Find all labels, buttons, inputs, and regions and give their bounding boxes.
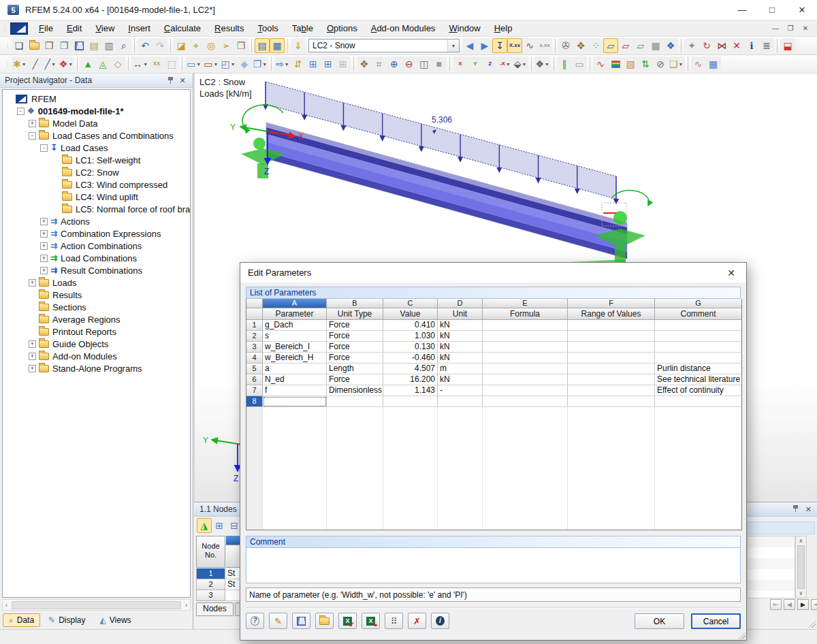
row-number[interactable]: 7	[246, 385, 263, 396]
show-load-values-icon[interactable]: X.xx	[507, 38, 522, 53]
param-cell[interactable]: N_ed	[263, 374, 327, 385]
surface-tool-icon[interactable]: ▭▼	[185, 57, 202, 71]
fe-mesh-icon[interactable]: ▦	[648, 38, 663, 53]
solid-tool-icon[interactable]: ◆	[237, 57, 252, 71]
plane-xz-icon[interactable]: ▱	[633, 38, 648, 53]
expand-icon[interactable]: +	[40, 267, 48, 274]
param-cell[interactable]	[327, 396, 383, 407]
insert-line-icon[interactable]: ╱	[28, 57, 43, 71]
column-letter-A[interactable]: A	[263, 299, 327, 308]
param-cell[interactable]: 0.130	[383, 342, 438, 353]
tree-item-load-combinations[interactable]: +⇉Load Combinations	[3, 252, 190, 264]
import-archive-icon[interactable]: ❒	[42, 38, 57, 53]
row-number[interactable]: 1	[246, 320, 263, 331]
column-header-unit-type[interactable]: Unit Type	[327, 308, 383, 320]
column-header-parameter[interactable]: Parameter	[263, 308, 327, 320]
dimension-icon[interactable]: ↔▼	[131, 57, 149, 71]
section-tool-icon-dropdown[interactable]: ▼	[231, 62, 236, 67]
param-cell[interactable]: kN	[438, 320, 483, 331]
menu-add-on-modules[interactable]: Add-on Modules	[364, 21, 443, 35]
row-number[interactable]: 4	[246, 353, 263, 364]
param-cell[interactable]: kN	[438, 331, 483, 342]
menu-table[interactable]: Table	[285, 21, 320, 35]
param-cell[interactable]: a	[263, 364, 327, 374]
info-button[interactable]: i	[431, 613, 449, 629]
column-header-formula[interactable]: Formula	[483, 308, 568, 320]
show-tables-icon[interactable]: ▤	[255, 38, 270, 53]
section-tool-icon[interactable]: ◰▼	[219, 57, 236, 71]
tree-item-lc3-wind-compressed[interactable]: LC3: Wind compressed	[3, 178, 190, 191]
left-support-sphere[interactable]	[253, 138, 266, 150]
view-y-icon[interactable]: Y	[468, 57, 483, 71]
member-diagram-icon[interactable]: ∿	[691, 57, 706, 71]
param-cell[interactable]: kN	[438, 374, 483, 385]
param-cell[interactable]: Force	[327, 353, 383, 364]
param-cell[interactable]	[383, 396, 438, 407]
scroll-down-icon[interactable]: ∨	[799, 590, 803, 596]
param-cell[interactable]: Force	[327, 374, 383, 385]
param-cell[interactable]: -0.460	[383, 353, 438, 364]
menu-tools[interactable]: Tools	[251, 21, 285, 35]
expand-icon[interactable]: +	[40, 230, 48, 238]
param-cell[interactable]	[483, 353, 568, 364]
last-record-button[interactable]: ⇥	[811, 599, 817, 610]
deformation-icon[interactable]: ⇅	[638, 57, 653, 71]
paste-icon[interactable]: ▤	[86, 38, 101, 53]
param-cell[interactable]: 16.200	[383, 374, 438, 385]
previous-record-button[interactable]: ◀	[784, 599, 795, 610]
param-cell[interactable]: Effect of continuity	[655, 385, 741, 396]
navigator-close-icon[interactable]: ✕	[177, 76, 188, 85]
panel-resize-grip[interactable]	[807, 619, 816, 628]
surface-tool-icon-dropdown[interactable]: ▼	[196, 62, 201, 67]
param-cell[interactable]: 1.030	[383, 331, 438, 342]
view-x-icon[interactable]: X	[453, 57, 468, 71]
edit-dimensions-icon[interactable]: ◪	[174, 38, 189, 53]
member-joints-icon[interactable]: ✇	[558, 38, 573, 53]
tree-item-result-combinations[interactable]: +⇉Result Combinations	[3, 264, 190, 276]
visibility-plane-icon[interactable]: ❖	[663, 38, 678, 53]
generate-icon-dropdown[interactable]: ▼	[285, 62, 289, 67]
row-number[interactable]: 2	[246, 331, 263, 342]
scroll-up-icon[interactable]: ∧	[799, 538, 803, 544]
new-file-icon[interactable]: ❏	[12, 38, 27, 53]
redo-icon[interactable]: ↷	[153, 38, 167, 53]
tree-item-load-cases[interactable]: -↧Load Cases	[3, 142, 190, 154]
view-z-icon[interactable]: Z	[483, 57, 498, 71]
tree-item-loads[interactable]: +Loads	[3, 276, 190, 289]
next-record-button[interactable]: ▶	[797, 599, 809, 610]
column-letter-F[interactable]: F	[568, 299, 655, 308]
expand-icon[interactable]: +	[29, 120, 36, 127]
next-loadcase-icon[interactable]: ▶	[477, 38, 492, 53]
collapse-icon[interactable]: -	[17, 108, 25, 115]
rendering-icon[interactable]: ❖▼	[534, 57, 551, 71]
object-lists-icon[interactable]: ≣	[759, 38, 774, 53]
param-cell[interactable]	[655, 331, 741, 342]
cancel-button[interactable]: Cancel	[691, 613, 741, 629]
column-letter-B[interactable]: B	[327, 299, 383, 308]
show-loads-icon[interactable]: ↧	[492, 38, 507, 53]
table-active-button[interactable]: ◮	[197, 518, 212, 533]
param-cell[interactable]	[655, 353, 741, 364]
right-support-sphere[interactable]	[613, 211, 627, 225]
select-rectangle-icon[interactable]: ⬚	[164, 57, 179, 71]
param-cell[interactable]: f	[263, 385, 327, 396]
expand-icon[interactable]: +	[29, 365, 36, 372]
numbering-disabled-icon[interactable]: ⊞	[336, 57, 351, 71]
menu-insert[interactable]: Insert	[121, 21, 157, 35]
rendering-icon-dropdown[interactable]: ▼	[545, 62, 549, 67]
tree-item-stand-alone-programs[interactable]: +Stand-Alone Programs	[3, 362, 190, 374]
navigator-hscrollbar[interactable]: ‹ ›	[2, 599, 191, 611]
plane-yz-icon[interactable]: ▱	[618, 38, 633, 53]
column-letter-E[interactable]: E	[483, 299, 568, 308]
table-close-icon[interactable]: ✕	[805, 505, 812, 514]
param-cell[interactable]	[263, 396, 327, 407]
copy-object-icon-dropdown[interactable]: ▼	[262, 62, 267, 67]
opening-tool-icon-dropdown[interactable]: ▼	[214, 62, 219, 67]
node-number[interactable]: 2	[196, 579, 225, 590]
tree-item-actions[interactable]: +⇉Actions	[3, 215, 190, 227]
delete-selection-icon[interactable]: ✕	[729, 38, 744, 53]
open-file-icon[interactable]	[27, 38, 42, 53]
isometric-view-icon-dropdown[interactable]: ▼	[522, 62, 527, 67]
workplane-icon[interactable]: ▱	[603, 38, 618, 53]
column-header-comment[interactable]: Comment	[655, 308, 741, 320]
